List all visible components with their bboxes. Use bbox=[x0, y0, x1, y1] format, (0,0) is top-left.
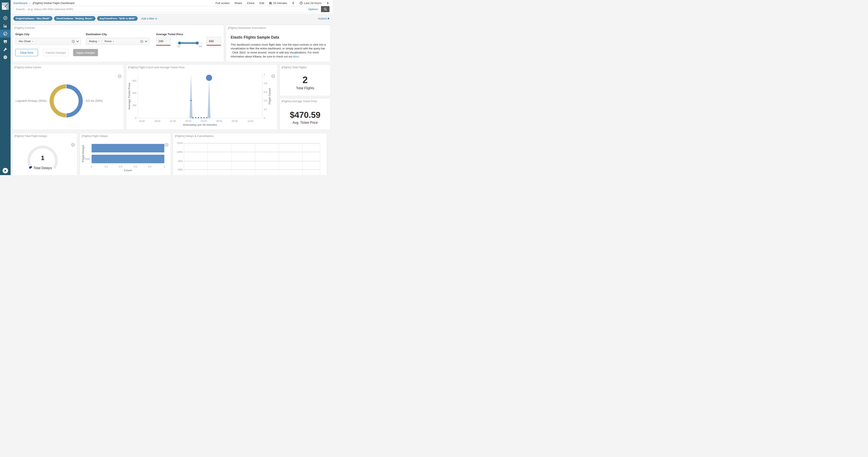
total-flights-label: Total Flights bbox=[280, 86, 331, 90]
remove-tag-icon[interactable]: × bbox=[113, 40, 114, 43]
search-input[interactable] bbox=[13, 8, 308, 11]
share-button[interactable]: Share bbox=[235, 1, 242, 5]
panel-title: [Flights] Airline Carrier bbox=[14, 66, 41, 69]
sidebar-item-dev-tools[interactable] bbox=[0, 45, 10, 53]
legend-toggle-button[interactable] bbox=[71, 143, 75, 147]
panel-title: [Flights] Markdown Instructions bbox=[228, 26, 266, 29]
panel-total-flights: [Flights] Total Flights 2 Total Flights bbox=[279, 64, 331, 96]
y-tick: 100% bbox=[175, 151, 183, 153]
panel-title: [Flights] Total Flights bbox=[282, 66, 307, 69]
chevron-right-icon bbox=[326, 1, 329, 5]
y-tick: 0.2 bbox=[264, 108, 267, 111]
main-area: Dashboard / [Flights] Global Flight Dash… bbox=[10, 0, 333, 175]
bar-category-1[interactable] bbox=[92, 144, 164, 153]
search-options-link[interactable]: Options bbox=[308, 8, 318, 11]
avg-ticket-price-value: $470.59 bbox=[280, 110, 331, 120]
filter-pill-avg-ticket-price[interactable]: AvgTicketPrice: "$240 to $840" bbox=[97, 16, 137, 21]
search-button[interactable] bbox=[321, 6, 330, 12]
sidebar-item-visualize[interactable] bbox=[0, 22, 10, 30]
wrench-icon bbox=[3, 47, 8, 52]
chevron-left-circle-icon bbox=[119, 75, 121, 77]
y-tick: 120% bbox=[175, 142, 183, 144]
search-bar: Options bbox=[10, 5, 333, 13]
clear-form-button[interactable]: Clear form bbox=[15, 49, 38, 56]
filter-actions-button[interactable]: Actions bbox=[318, 17, 330, 20]
remove-tag-icon[interactable]: × bbox=[98, 40, 100, 43]
x-axis-line bbox=[92, 164, 164, 164]
cancel-changes-button[interactable]: Cancel changes bbox=[43, 49, 68, 56]
breadcrumb-dashboard-link[interactable]: Dashboard bbox=[13, 1, 27, 5]
zero-marker bbox=[197, 117, 199, 118]
sidebar-item-dashboard[interactable] bbox=[0, 30, 10, 37]
sidebar-item-management[interactable] bbox=[0, 53, 10, 61]
y-tick: 0 bbox=[264, 117, 265, 119]
filter-pill-dest-city[interactable]: DestCityName: "Beijing, Rome" bbox=[54, 16, 95, 21]
chevron-left-circle-icon bbox=[165, 144, 167, 146]
sidebar-item-timelion[interactable] bbox=[0, 37, 10, 45]
search-icon bbox=[324, 8, 327, 11]
slider-handle-max[interactable] bbox=[196, 41, 199, 44]
y-tick: 0.8 bbox=[264, 82, 267, 85]
origin-city-label: Origin City bbox=[15, 33, 29, 36]
top-bar: Dashboard / [Flights] Global Flight Dash… bbox=[10, 0, 333, 5]
time-range-label: Last 24 hours bbox=[304, 1, 321, 5]
bar-category-true[interactable] bbox=[92, 155, 164, 163]
destination-city-combobox[interactable]: Beijing × Rome × bbox=[86, 38, 150, 45]
legend-toggle-button[interactable] bbox=[164, 143, 168, 147]
price-spike bbox=[190, 74, 192, 118]
pause-refresh-button[interactable]: 15 minutes bbox=[269, 1, 287, 5]
y-tick: 1 bbox=[264, 73, 265, 76]
filter-pill-origin-city[interactable]: OriginCityName: "Abu Dhabi" bbox=[13, 16, 52, 21]
panel-title: [Flights] Average Ticket Price bbox=[282, 100, 317, 103]
chevron-down-icon[interactable] bbox=[145, 40, 147, 42]
slice-label-es-air[interactable]: ES-Air (50%) bbox=[86, 99, 103, 102]
apply-changes-button[interactable]: Apply changes bbox=[73, 49, 98, 56]
tag-label: Rome bbox=[104, 40, 112, 43]
clear-selection-icon[interactable] bbox=[72, 40, 75, 43]
y-tick: 0 bbox=[130, 117, 136, 119]
sidebar-expand-button[interactable] bbox=[3, 168, 8, 173]
tag-label: Abu Dhabi bbox=[19, 40, 31, 43]
clone-button[interactable]: Clone bbox=[247, 1, 254, 5]
time-forward-button[interactable] bbox=[326, 1, 329, 5]
zero-marker bbox=[195, 117, 196, 118]
avg-ticket-price-label: Average Ticket Price bbox=[156, 33, 183, 36]
slice-label-logstash-airways[interactable]: Logstash Airways (50%) bbox=[12, 99, 46, 102]
sidebar-item-discover[interactable] bbox=[0, 14, 10, 22]
zero-marker bbox=[206, 117, 208, 118]
x-tick: 15:00 bbox=[139, 120, 145, 122]
flight-count-bubble bbox=[206, 75, 212, 81]
area-chart-plot[interactable] bbox=[137, 74, 262, 118]
chevron-down-icon[interactable] bbox=[76, 40, 79, 42]
y-tick: 600 bbox=[130, 79, 136, 82]
gear-icon bbox=[3, 55, 8, 60]
breadcrumb-separator: / bbox=[30, 1, 31, 5]
add-filter-button[interactable]: Add a filter + bbox=[141, 17, 157, 20]
panel-delays-cancellations: [Flights] Delays & Cancellations 120% 10… bbox=[173, 133, 327, 175]
price-range-slider: 108 999 bbox=[176, 41, 203, 48]
slider-handle-min[interactable] bbox=[178, 41, 181, 44]
time-picker-button[interactable]: Last 24 hours bbox=[300, 1, 321, 5]
remove-tag-icon[interactable]: × bbox=[32, 40, 33, 43]
x-tick: 12:00 bbox=[247, 120, 253, 122]
total-delays-label: Total Delays bbox=[25, 166, 61, 170]
axis-tick-mark bbox=[91, 148, 92, 149]
price-max-input[interactable] bbox=[207, 37, 221, 45]
price-min-input[interactable] bbox=[156, 37, 170, 45]
docs-link[interactable]: docs bbox=[293, 55, 299, 58]
kibana-logo-icon[interactable] bbox=[1, 2, 9, 10]
full-screen-button[interactable]: Full screen bbox=[216, 1, 229, 5]
slider-min-label: 108 bbox=[177, 45, 180, 48]
sidebar-nav bbox=[0, 14, 10, 61]
clear-selection-icon[interactable] bbox=[140, 40, 143, 43]
panel-title: [Flights] Flight Delays bbox=[82, 134, 108, 137]
donut-chart[interactable] bbox=[48, 83, 84, 119]
origin-city-combobox[interactable]: Abu Dhabi × bbox=[15, 38, 81, 45]
edit-button[interactable]: Edit bbox=[259, 1, 264, 5]
time-back-button[interactable] bbox=[292, 1, 295, 5]
total-flights-value: 2 bbox=[280, 75, 331, 85]
legend-toggle-button[interactable] bbox=[118, 74, 122, 78]
legend-toggle-button[interactable] bbox=[271, 74, 275, 78]
empty-area-chart-grid[interactable] bbox=[184, 143, 320, 175]
x-tick: 0.4 bbox=[119, 165, 122, 168]
